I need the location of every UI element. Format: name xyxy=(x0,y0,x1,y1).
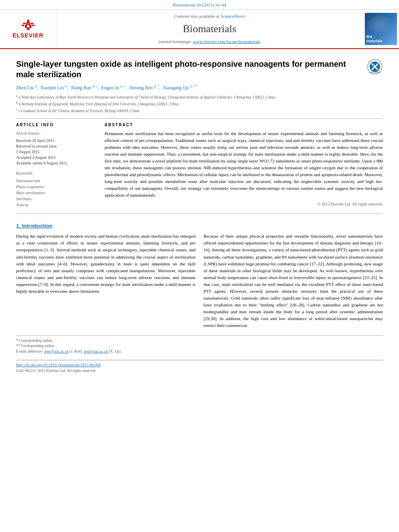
author-xianjun-liu: Xianjun Liu xyxy=(40,85,64,90)
footnote-star: * Corresponding author. xyxy=(16,338,383,343)
divider-2 xyxy=(16,214,383,214)
copyright-bottom: 0142-9612/© 2015 Elsevier Ltd. All right… xyxy=(16,368,383,374)
keywords-section: Keywords: Nanomaterials Photo-responsive… xyxy=(16,170,97,208)
divider-1 xyxy=(16,118,383,119)
footnote-xqu-label: (X. Qu). xyxy=(109,349,122,353)
affiliations: a a State Key Laboratory of Rare Earth R… xyxy=(16,94,383,114)
doi-link: http://dx.doi.org/10.1016/j.biomaterials… xyxy=(16,362,383,368)
homepage-prefix: journal homepage: xyxy=(159,39,193,44)
intro-col2-text: Because of their unique physical propert… xyxy=(204,234,383,328)
intro-title: 1. Introduction xyxy=(16,222,383,230)
svg-rect-0 xyxy=(27,27,29,30)
citation-text: Biomaterials 69 (2015) 56–64 xyxy=(173,2,226,7)
keywords-label: Keywords: xyxy=(16,170,97,176)
svg-rect-6 xyxy=(23,23,25,24)
svg-rect-7 xyxy=(31,23,33,24)
elsevier-logo: ELSEVIER xyxy=(6,18,50,40)
author-enguo-ju: Enguo Ju xyxy=(101,85,119,90)
online-date: Available online 6 August 2015 xyxy=(16,160,97,166)
elsevier-text: ELSEVIER xyxy=(12,31,43,40)
intro-section: 1. Introduction During the rapid evoluti… xyxy=(16,222,383,329)
article-title-section: Single-layer tungsten oxide as intellige… xyxy=(16,59,383,80)
author-xiaogang-qu: Xiaogang Qu xyxy=(163,85,189,90)
affil-b: b b Bethune Institute of Epigenetic Medi… xyxy=(16,101,383,107)
article-info-col: ARTICLE INFO Article history: Received 2… xyxy=(16,122,97,208)
abstract-header: ABSTRACT xyxy=(105,122,383,128)
affil-c-text: c Graduate School of the Chinese Academy… xyxy=(19,109,140,113)
affil-b-text: b Bethune Institute of Epigenetic Medici… xyxy=(19,102,179,106)
affil-c: c c Graduate School of the Chinese Acade… xyxy=(16,107,383,114)
affil-sup-b1: b xyxy=(65,84,67,88)
sciencedirect-link[interactable]: ScienceDirect xyxy=(220,14,245,18)
article-title: Single-layer tungsten oxide as intellige… xyxy=(16,59,363,80)
journal-header-center: Contents lists available at ScienceDirec… xyxy=(56,10,363,48)
article-info-header: ARTICLE INFO xyxy=(16,122,97,128)
footnote-email-jren[interactable]: jren@ciac.ac.cn xyxy=(44,349,69,353)
keyword-2: Photo-responsive xyxy=(16,184,97,190)
elsevier-tree-icon xyxy=(16,18,40,31)
footnote-section: * Corresponding author. ** Corresponding… xyxy=(16,335,383,354)
article-history-label: Article history: xyxy=(16,130,97,136)
elsevier-logo-area: ELSEVIER xyxy=(0,10,56,48)
homepage-link[interactable]: www.elsevier.com/locate/biomaterials xyxy=(193,39,261,44)
journal-thumb-area: Biomaterials xyxy=(363,10,399,48)
received-revised-label: Received in revised form xyxy=(16,144,97,149)
svg-rect-9 xyxy=(32,25,34,26)
main-content: Single-layer tungsten oxide as intellige… xyxy=(0,49,399,380)
intro-col-2: Because of their unique physical propert… xyxy=(204,233,383,329)
affil-sup-ac2: a, c xyxy=(120,84,125,88)
journal-homepage-line: journal homepage: www.elsevier.com/locat… xyxy=(159,38,261,45)
sup-b: b xyxy=(16,101,18,105)
footnote-emails: E-mail addresses: jren@ciac.ac.cn (J. Re… xyxy=(16,349,383,354)
journal-title: Biomaterials xyxy=(183,21,237,37)
author-zhen-liu: Zhen Liu xyxy=(16,85,34,90)
thumb-label: Biomaterials xyxy=(366,35,383,43)
sup-a: a xyxy=(16,94,18,98)
crossmark-icon: CrossMark xyxy=(367,59,383,75)
keyword-4: Sterilants xyxy=(16,196,97,202)
revised-date: 3 August 2015 xyxy=(16,149,97,155)
accepted-date: Accepted 4 August 2015 xyxy=(16,155,97,160)
contents-prefix: Contents lists available at xyxy=(174,14,220,18)
contents-available-line: Contents lists available at ScienceDirec… xyxy=(174,13,245,20)
crossmark-logo: CrossMark xyxy=(367,59,383,75)
page-wrapper: Biomaterials 69 (2015) 56–64 xyxy=(0,0,399,380)
svg-text:CrossMark: CrossMark xyxy=(369,71,381,74)
author-jinsong-ren: Jinsong Ren xyxy=(129,85,153,90)
abstract-text: Permanent male sterilization has been re… xyxy=(105,130,383,199)
abstract-col: ABSTRACT Permanent male sterilization ha… xyxy=(105,122,383,208)
affil-a: a a State Key Laboratory of Rare Earth R… xyxy=(16,94,383,100)
keyword-1: Nanomaterials xyxy=(16,178,97,184)
affil-sup-a2: a, * xyxy=(154,84,159,88)
affil-sup-a3: a, ** xyxy=(190,84,197,88)
intro-col1-text: During the rapid evolution of modern soc… xyxy=(16,234,195,293)
footnote-double-star: ** Corresponding author. xyxy=(16,343,383,349)
journal-header: ELSEVIER Contents lists available at Sci… xyxy=(0,10,399,49)
affil-a-text: a State Key Laboratory of Rare Earth Res… xyxy=(19,95,275,99)
citation-bar: Biomaterials 69 (2015) 56–64 xyxy=(0,0,399,10)
author-xiang-ran: Xiang Ran xyxy=(70,85,91,90)
intro-body-cols: During the rapid evolution of modern soc… xyxy=(16,233,383,329)
footnote-emails-label: E-mail addresses: xyxy=(16,349,43,353)
biomaterials-thumbnail: Biomaterials xyxy=(365,13,397,45)
bottom-bar: http://dx.doi.org/10.1016/j.biomaterials… xyxy=(16,360,383,376)
affil-sup-a1: a xyxy=(35,84,37,88)
article-info-abstract-cols: ARTICLE INFO Article history: Received 2… xyxy=(16,122,383,208)
keyword-5: Toxicity xyxy=(16,202,97,208)
received-date: Received 20 April 2015 xyxy=(16,138,97,144)
keyword-3: Male sterilization xyxy=(16,190,97,196)
footnote-jren-label: (J. Ren), xyxy=(70,349,84,353)
svg-rect-5 xyxy=(27,20,29,23)
svg-rect-8 xyxy=(22,25,24,26)
intro-col-1: During the rapid evolution of modern soc… xyxy=(16,233,195,329)
sup-c: c xyxy=(16,108,18,111)
affil-sup-ac1: a, c xyxy=(93,84,98,88)
authors-line: Zhen Liu a, Xianjun Liu b, Xiang Ran a, … xyxy=(16,84,383,91)
doi-anchor[interactable]: http://dx.doi.org/10.1016/j.biomaterials… xyxy=(16,363,101,367)
footnote-email-xqu[interactable]: xqu@ciac.ac.cn xyxy=(84,349,108,353)
copyright-line: © 2015 Elsevier Ltd. All rights reserved… xyxy=(105,201,383,207)
